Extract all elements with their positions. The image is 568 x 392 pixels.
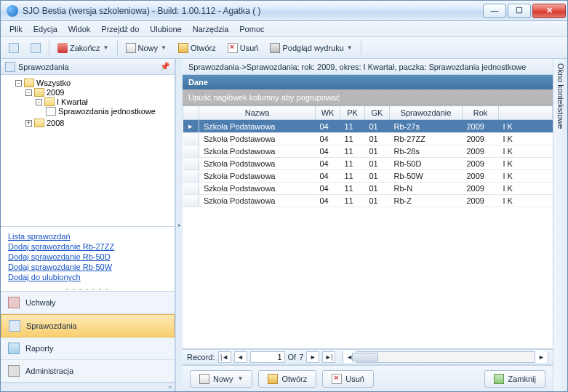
nav-prev[interactable]: ◄ xyxy=(234,351,247,363)
link-rb50w[interactable]: Dodaj sprawozdanie Rb-50W xyxy=(8,262,167,272)
titlebar: SJO Bestia (wersja szkoleniowa) - Build:… xyxy=(1,1,567,21)
left-header: Sprawozdania 📌 xyxy=(1,59,175,75)
nav-sprawozdania[interactable]: Sprawozdania xyxy=(1,314,175,337)
btn-otworz[interactable]: Otwórz xyxy=(258,370,316,388)
toolbar-icon1[interactable] xyxy=(4,40,24,56)
delete-icon xyxy=(228,43,238,53)
toolbar-nowy[interactable]: Nowy▼ xyxy=(121,40,172,56)
tree-icon xyxy=(9,43,19,53)
left-header-title: Sprawozdania xyxy=(18,63,160,71)
zakoncz-label: Zakończ xyxy=(70,44,100,52)
menu-plik[interactable]: Plik xyxy=(5,23,27,35)
table-row[interactable]: Szkoła Podstawowa041101Rb-50D2009I K xyxy=(183,158,553,170)
splitter[interactable]: ▸ xyxy=(175,59,183,391)
nav-administracja[interactable]: Administracja xyxy=(1,360,175,383)
nav-uchwaly-label: Uchwały xyxy=(25,298,56,307)
group-bar[interactable]: Upuść nagłówek kolumny aby pogrupować xyxy=(183,89,553,105)
link-rb50d[interactable]: Dodaj sprawozdanie Rb-50D xyxy=(8,252,167,262)
app-icon xyxy=(7,5,18,17)
context-tab[interactable]: Okno kontekstowe xyxy=(553,59,567,391)
tree-2008[interactable]: +2008 xyxy=(25,119,170,127)
col-pk[interactable]: PK xyxy=(340,106,365,120)
menu-edycja[interactable]: Edycja xyxy=(29,23,62,35)
menubar: Plik Edycja Widok Przejdź do Ulubione Na… xyxy=(1,21,567,37)
tree-root[interactable]: -Wszystko xyxy=(15,79,170,87)
record-total: 7 xyxy=(299,353,303,361)
table-row[interactable]: Szkoła Podstawowa041101Rb-28s2009I K xyxy=(183,145,553,158)
open-icon xyxy=(268,374,278,384)
raporty-icon xyxy=(8,343,20,354)
section-header: Dane xyxy=(183,75,553,89)
link-rb27zz[interactable]: Dodaj sprawozdanie Rb-27ZZ xyxy=(8,241,167,252)
btn-otworz-label: Otwórz xyxy=(281,375,307,383)
toolbar-icon2[interactable] xyxy=(25,40,46,56)
col-gk[interactable]: GK xyxy=(365,106,390,120)
link-lista[interactable]: Lista sprawozdań xyxy=(8,231,167,241)
tree-2008-label: 2008 xyxy=(47,119,64,127)
table-row[interactable]: Szkoła Podstawowa041101Rb-N2009I K xyxy=(183,183,553,195)
btn-zamknij[interactable]: Zamknij xyxy=(484,370,545,388)
button-bar: Nowy▼ Otwórz Usuń Zamknij xyxy=(183,365,553,391)
btn-nowy[interactable]: Nowy▼ xyxy=(190,370,252,388)
col-extra[interactable] xyxy=(499,106,553,120)
nav-first[interactable]: |◄ xyxy=(218,351,231,363)
link-ulubione[interactable]: Dodaj do ulubionych xyxy=(8,272,167,282)
copy-icon xyxy=(31,43,41,53)
record-label: Record: xyxy=(187,353,215,361)
nav-buttons: Uchwały Sprawozdania Raporty Administrac… xyxy=(1,291,175,383)
menu-ulubione[interactable]: Ulubione xyxy=(145,23,185,35)
btn-usun[interactable]: Usuń xyxy=(322,370,374,388)
close-button[interactable]: ✕ xyxy=(532,4,566,18)
uchwaly-icon xyxy=(8,297,20,308)
sprawozdania-icon xyxy=(9,320,20,332)
toolbar-zakoncz[interactable]: Zakończ▼ xyxy=(52,40,114,56)
nav-sprawozdania-label: Sprawozdania xyxy=(26,321,77,330)
close-icon xyxy=(494,374,504,384)
col-nazwa[interactable]: Nazwa xyxy=(199,106,316,120)
toolbar-usun[interactable]: Usuń xyxy=(223,40,264,56)
print-icon xyxy=(270,43,280,53)
col-rok[interactable]: Rok xyxy=(463,106,499,120)
table-row[interactable]: Szkoła Podstawowa041101Rb-Z2009I K xyxy=(183,195,553,207)
right-pane: Sprawozdania->Sprawozdania; rok: 2009, o… xyxy=(183,59,553,391)
section-title: Dane xyxy=(188,78,208,87)
stop-icon xyxy=(57,43,68,53)
usun-label: Usuń xyxy=(240,44,259,52)
group-hint: Upuść nagłówek kolumny aby pogrupować xyxy=(188,93,340,102)
context-tab-label: Okno kontekstowe xyxy=(556,63,565,129)
admin-icon xyxy=(8,365,20,377)
table-row[interactable]: ▸Szkoła Podstawowa041101Rb-27s2009I K xyxy=(183,120,553,133)
toolbar-podglad[interactable]: Podgląd wydruku▼ xyxy=(265,40,357,56)
tree-leaf[interactable]: Sprawozdania jednostkowe xyxy=(46,107,170,116)
nav-collapse[interactable]: » xyxy=(1,383,175,391)
tree-leaf-label: Sprawozdania jednostkowe xyxy=(58,107,156,116)
btn-zamknij-label: Zamknij xyxy=(508,375,536,383)
table-row[interactable]: Szkoła Podstawowa041101Rb-50W2009I K xyxy=(183,170,553,183)
tree-q1[interactable]: -I Kwartał xyxy=(36,97,170,106)
toolbar-otworz[interactable]: Otwórz xyxy=(173,40,221,56)
menu-narzedzia[interactable]: Narzędzia xyxy=(188,23,233,35)
table-row[interactable]: Szkoła Podstawowa041101Rb-27ZZ2009I K xyxy=(183,133,553,145)
nav-last[interactable]: ►| xyxy=(322,351,335,363)
menu-widok[interactable]: Widok xyxy=(64,23,95,35)
btn-nowy-label: Nowy xyxy=(213,375,233,383)
delete-icon xyxy=(332,374,342,384)
data-grid: Nazwa WK PK GK Sprawozdanie Rok ▸Szkoła … xyxy=(183,105,553,207)
open-icon xyxy=(178,43,188,53)
scroll-thumb[interactable] xyxy=(352,353,378,361)
menu-przejdz-do[interactable]: Przejdź do xyxy=(97,23,143,35)
col-wk[interactable]: WK xyxy=(316,106,340,120)
hscrollbar[interactable]: ◄ ► xyxy=(343,351,548,363)
record-of: Of xyxy=(288,353,297,361)
record-input[interactable] xyxy=(250,351,285,363)
nav-raporty-label: Raporty xyxy=(25,344,54,353)
minimize-button[interactable]: — xyxy=(483,4,506,18)
tree-2009[interactable]: -2009 xyxy=(25,88,170,97)
nav-raporty[interactable]: Raporty xyxy=(1,337,175,360)
col-sprawozdanie[interactable]: Sprawozdanie xyxy=(390,106,463,120)
pin-icon[interactable]: 📌 xyxy=(160,62,170,71)
maximize-button[interactable]: ☐ xyxy=(508,4,531,18)
nav-uchwaly[interactable]: Uchwały xyxy=(1,292,175,314)
nav-next[interactable]: ► xyxy=(306,351,319,363)
menu-pomoc[interactable]: Pomoc xyxy=(235,23,268,35)
